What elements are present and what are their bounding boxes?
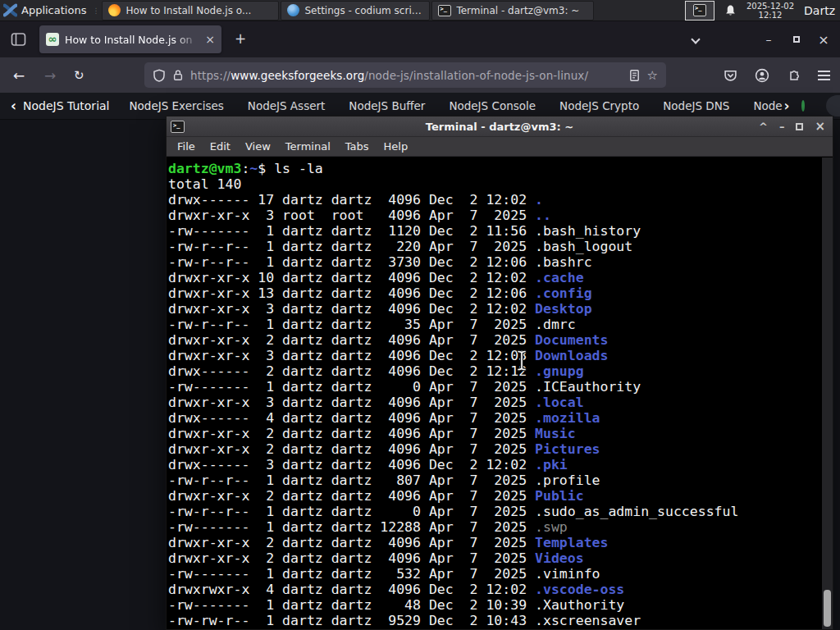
tray-terminal-button[interactable] [685,1,714,21]
url-bar[interactable]: https://www.geeksforgeeks.org/node-js/in… [144,62,666,88]
listing-filename: Templates [535,535,608,550]
terminal-listing-line: -rw-rw-r-- 1 dartz dartz 9529 Dec 2 10:4… [168,613,833,628]
listing-filename: .Xauthority [535,597,624,613]
browser-close-button[interactable]: × [811,21,836,57]
prompt-command: ls -la [274,161,323,176]
site-nav-link[interactable]: Node [753,99,782,112]
listing-filename: Desktop [535,301,592,317]
listing-filename: Videos [535,550,584,566]
terminal-icon [438,5,451,16]
site-nav-tutorial-link[interactable]: NodeJS Tutorial [23,99,109,112]
listing-attributes: drwx------ 4 dartz dartz 4096 Apr 7 2025 [168,410,535,426]
listing-attributes: -rw-r--r-- 1 dartz dartz 0 Apr 7 2025 [168,504,535,519]
tab-close-icon[interactable]: × [205,34,215,45]
listing-attributes: -rw-r--r-- 1 dartz dartz 3730 Dec 2 12:0… [168,254,535,270]
applications-menu-button[interactable]: Applications [0,0,89,21]
terminal-listing: drwx------ 17 dartz dartz 4096 Dec 2 12:… [168,192,833,628]
terminal-menu-terminal[interactable]: Terminal [278,140,338,153]
listing-filename: .ICEauthority [535,379,641,395]
site-nav-link[interactable]: NodeJS DNS [663,99,729,112]
list-all-tabs-chevron-icon[interactable] [691,34,700,43]
panel-window-button-terminal[interactable]: Terminal - dartz@vm3: ~ [431,1,594,21]
listing-attributes: drwxr-xr-x 2 dartz dartz 4096 Apr 7 2025 [168,426,535,441]
terminal-scrollbar[interactable] [822,158,833,629]
close-button[interactable]: × [815,121,825,132]
listing-filename: .bash_logout [535,239,632,254]
tracking-shield-icon[interactable] [153,69,166,82]
minimize-button[interactable]: – [779,121,785,132]
reload-button[interactable]: ↻ [74,57,84,93]
panel-handle[interactable]: ⋮ [92,7,98,15]
prompt-cwd: ~ [249,161,258,176]
listing-attributes: drwxr-xr-x 2 dartz dartz 4096 Apr 7 2025 [168,332,535,348]
terminal-menu-file[interactable]: File [170,140,203,153]
forward-button[interactable]: → [44,57,56,93]
terminal-menu-view[interactable]: View [238,140,278,153]
listing-attributes: -rw------- 1 dartz dartz 1120 Dec 2 11:5… [168,223,535,239]
listing-attributes: -rw-r--r-- 1 dartz dartz 807 Apr 7 2025 [168,472,535,488]
browser-minimize-button[interactable]: – [756,21,781,57]
prompt-dollar: $ [258,161,274,176]
listing-attributes: -rw------- 1 dartz dartz 48 Dec 2 10:39 [168,597,535,613]
tab-title: How to Install Node.js on [65,34,199,46]
terminal-listing-line: drwx------ 4 dartz dartz 4096 Apr 7 2025… [168,410,833,426]
terminal-listing-line: -rw-r--r-- 1 dartz dartz 3730 Dec 2 12:0… [168,254,833,270]
panel-user-menu[interactable]: Dartz [804,4,837,17]
listing-filename: .. [535,208,551,223]
listing-filename: .pki [535,457,568,472]
site-nav-link[interactable]: NodeJS Crypto [559,99,639,112]
terminal-listing-line: -rw-r--r-- 1 dartz dartz 807 Apr 7 2025 … [168,472,833,488]
scrollbar-thumb[interactable] [824,590,831,627]
browser-tab-bar: ∞ How to Install Node.js on × + – × [0,21,840,57]
listing-filename: Pictures [535,441,600,457]
listing-filename: .local [535,395,584,410]
sign-in-button[interactable]: Sign In [826,95,840,116]
listing-filename: Documents [535,332,608,348]
listing-attributes: drwxr-xr-x 3 root root 4096 Apr 7 2025 [168,208,535,223]
terminal-menu-tabs[interactable]: Tabs [338,140,377,153]
shade-button[interactable]: ^ [759,121,768,132]
back-button[interactable]: ← [13,57,25,93]
terminal-listing-line: drwxr-xr-x 2 dartz dartz 4096 Apr 7 2025… [168,426,833,441]
firefox-view-icon[interactable] [11,32,26,47]
panel-clock[interactable]: 2025-12-02 12:12 [746,2,794,20]
search-icon[interactable] [801,100,805,112]
vscodium-icon [287,4,299,16]
terminal-window: Terminal - dartz@vm3: ~ ^ – × FileEditVi… [166,116,833,630]
panel-window-button-firefox[interactable]: How to Install Node.js o... [102,1,279,21]
listing-attributes: drwxr-xr-x 2 dartz dartz 4096 Apr 7 2025 [168,441,535,457]
new-tab-button[interactable]: + [235,30,246,47]
listing-attributes: -rw------- 1 dartz dartz 532 Apr 7 2025 [168,566,535,582]
menu-hamburger-icon[interactable] [818,75,830,76]
clock-time: 12:12 [746,11,794,20]
terminal-output[interactable]: dartz@vm3:~$ ls -la total 140 drwx------… [167,158,833,629]
maximize-icon [793,36,800,43]
terminal-listing-line: drwxr-xr-x 10 dartz dartz 4096 Dec 2 12:… [168,270,833,285]
listing-attributes: drwxr-xr-x 3 dartz dartz 4096 Dec 2 12:0… [168,301,535,317]
listing-filename: Public [535,488,584,504]
account-icon[interactable] [755,68,769,83]
listing-attributes: -rw------- 1 dartz dartz 0 Apr 7 2025 [168,379,535,395]
site-nav-link[interactable]: NodeJS Assert [248,99,326,112]
site-nav-back-chevron-icon[interactable]: ‹ [11,98,16,114]
site-nav-link[interactable]: NodeJS Buffer [349,99,425,112]
terminal-menu-help[interactable]: Help [377,140,416,153]
bookmark-star-icon[interactable]: ☆ [647,68,658,83]
lock-icon[interactable] [172,69,184,81]
pocket-icon[interactable] [724,69,737,82]
browser-maximize-button[interactable] [784,21,809,57]
terminal-title-bar[interactable]: Terminal - dartz@vm3: ~ ^ – × [167,116,833,137]
terminal-menu-edit[interactable]: Edit [203,140,238,153]
window-button-label: Terminal - dartz@vm3: ~ [456,5,579,16]
panel-window-button-vscodium[interactable]: Settings - codium script... [281,1,430,21]
notification-bell-icon[interactable] [724,4,737,17]
maximize-button[interactable] [796,123,803,130]
site-nav-link[interactable]: NodeJS Exercises [130,99,224,112]
reader-mode-icon[interactable] [628,69,641,82]
window-button-label: How to Install Node.js o... [126,5,251,16]
toolbar-icons [724,57,830,93]
browser-tab-active[interactable]: ∞ How to Install Node.js on × [39,25,221,53]
site-nav-more-chevron-icon[interactable]: › [784,98,790,114]
site-nav-link[interactable]: NodeJS Console [449,99,536,112]
extensions-puzzle-icon[interactable] [787,68,801,82]
